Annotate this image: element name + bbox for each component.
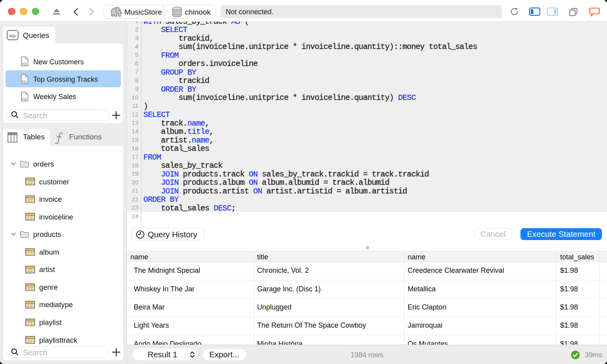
svg-text:SQL: SQL xyxy=(22,62,28,66)
svg-text:SQL: SQL xyxy=(9,34,17,38)
svg-text:SQL: SQL xyxy=(22,79,28,83)
svg-text:SQL: SQL xyxy=(22,97,28,100)
